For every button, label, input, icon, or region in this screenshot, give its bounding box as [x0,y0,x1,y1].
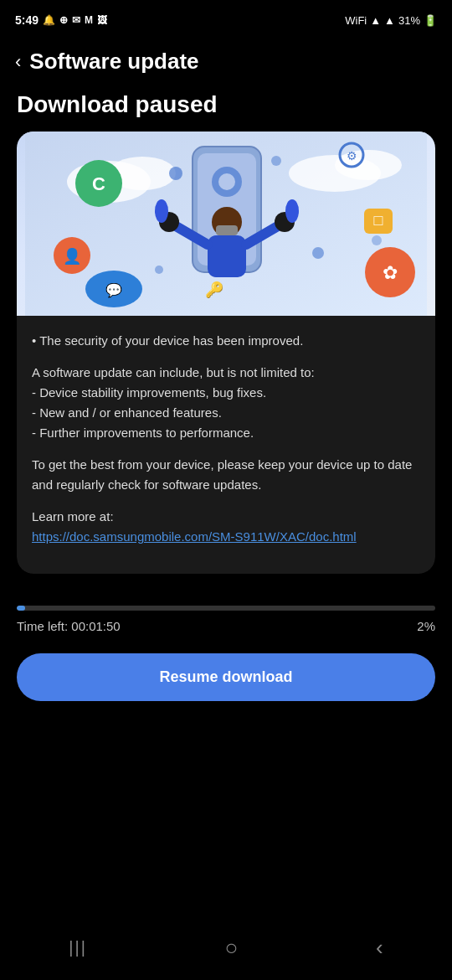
download-status-title: Download paused [17,91,435,118]
learn-more-link[interactable]: https://doc.samsungmobile.com/SM-S911W/X… [32,529,357,544]
svg-point-31 [271,156,281,166]
battery-icon: 🔋 [424,14,437,27]
percent-label: 2% [417,619,435,633]
gmail-icon: ✉ [72,14,80,26]
svg-point-32 [312,247,324,259]
svg-text:👤: 👤 [63,247,82,266]
svg-text:C: C [92,173,105,194]
wifi-icon: WiFi [345,14,367,27]
info-list-item-1: - Device stability improvements, bug fix… [32,385,266,400]
illustration-area: C 👤 💬 ✿ □ ⚙ [17,132,435,316]
main-content: Download paused [0,83,452,591]
recent-apps-icon[interactable]: ||| [69,938,87,957]
progress-bar-container [17,606,435,611]
gallery-icon: 🖼 [97,14,107,26]
svg-point-33 [155,266,163,274]
learn-more-label: Learn more at: https://doc.samsungmobile… [32,507,420,547]
resume-download-button[interactable]: Resume download [17,653,435,701]
progress-section: Time left: 00:01:50 2% [0,591,452,640]
resume-button-container: Resume download [0,640,452,718]
illustration-svg: C 👤 💬 ✿ □ ⚙ [25,132,427,316]
svg-rect-29 [216,225,238,235]
home-icon[interactable]: ○ [225,935,239,961]
notification-icon: 🔔 [43,14,55,26]
nav-bar: ||| ○ ‹ [0,921,452,980]
svg-text:⚙: ⚙ [347,149,357,162]
info-list-item-3: - Further improvements to performance. [32,426,254,440]
progress-bar-fill [17,606,25,611]
info-list-item-2: - New and / or enhanced features. [32,405,222,420]
update-card: C 👤 💬 ✿ □ ⚙ [17,132,435,574]
svg-point-30 [169,167,182,180]
location-icon: ⊕ [59,14,68,26]
signal2-icon: ▲ [384,14,395,27]
back-button[interactable]: ‹ [15,51,21,73]
nav-back-icon[interactable]: ‹ [376,935,383,961]
svg-rect-22 [208,235,246,277]
svg-point-28 [285,199,299,223]
svg-text:□: □ [374,212,383,229]
svg-point-34 [372,235,382,245]
time-left: Time left: 00:01:50 [17,619,121,633]
info-box: • The security of your device has been i… [17,316,435,574]
svg-point-27 [155,199,168,223]
time-display: 5:49 [15,13,39,27]
progress-info: Time left: 00:01:50 2% [17,619,435,633]
info-text-advice: To get the best from your device, please… [32,455,420,495]
info-text-security: • The security of your device has been i… [32,331,420,351]
svg-text:🔑: 🔑 [205,281,224,299]
svg-text:💬: 💬 [105,282,122,298]
status-bar: 5:49 🔔 ⊕ ✉ M 🖼 WiFi ▲ ▲ 31% 🔋 [0,0,452,37]
mail-icon: M [85,14,93,26]
status-right: WiFi ▲ ▲ 31% 🔋 [345,14,437,27]
signal-icon: ▲ [370,14,381,27]
page-title: Software update [29,49,198,75]
bottom-spacer [0,718,452,785]
info-text-intro: A software update can include, but is no… [32,363,420,443]
battery-percent: 31% [398,14,420,27]
svg-text:✿: ✿ [383,262,398,283]
status-left: 5:49 🔔 ⊕ ✉ M 🖼 [15,13,107,27]
header: ‹ Software update [0,37,452,83]
svg-point-8 [218,173,235,190]
